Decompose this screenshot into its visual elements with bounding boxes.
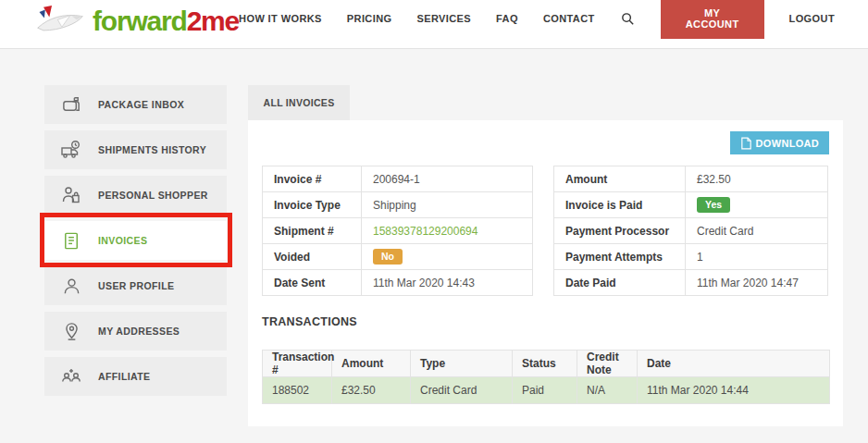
map-pin-icon — [60, 320, 82, 342]
invoice-details-table-right: Amount £32.50 Invoice is Paid Yes Paymen… — [553, 166, 828, 296]
invoice-document-icon — [60, 229, 82, 252]
field-label: Amount — [554, 166, 686, 192]
table-row: Payment Processor Credit Card — [554, 218, 828, 244]
transaction-row: 188502 £32.50 Credit Card Paid N/A 11th … — [263, 377, 830, 404]
amount-value: £32.50 — [686, 166, 828, 192]
nav-how-it-works[interactable]: HOW IT WORKS — [239, 13, 322, 24]
shipment-number-link[interactable]: 15839378129200694 — [373, 225, 477, 238]
invoice-details-table-left: Invoice # 200694-1 Invoice Type Shipping… — [262, 166, 533, 296]
top-navigation-bar: forward2me HOW IT WORKS PRICING SERVICES… — [0, 0, 868, 49]
column-header: Status — [513, 351, 577, 377]
column-header: Amount — [332, 351, 411, 377]
column-header: Type — [411, 351, 513, 377]
sidebar-item-label: SHIPMENTS HISTORY — [98, 144, 206, 155]
field-label: Date Sent — [263, 270, 362, 296]
field-label: Invoice is Paid — [554, 192, 686, 218]
sidebar-item-invoices[interactable]: INVOICES — [44, 221, 227, 260]
sidebar-item-shipments-history[interactable]: SHIPMENTS HISTORY — [44, 130, 227, 169]
transaction-amount: £32.50 — [332, 377, 411, 404]
my-account-button[interactable]: MY ACCOUNT — [661, 0, 764, 39]
sidebar-item-label: INVOICES — [98, 235, 147, 246]
sidebar-item-package-inbox[interactable]: PACKAGE INBOX — [44, 85, 227, 124]
sidebar-item-personal-shopper[interactable]: PERSONAL SHOPPER — [44, 176, 227, 215]
mailbox-icon — [60, 93, 82, 116]
transactions-header-row: Transaction # Amount Type Status Credit … — [263, 351, 830, 377]
logo-text-2me: 2me — [187, 6, 239, 36]
airplane-logo-icon — [33, 5, 87, 38]
invoice-number-value: 200694-1 — [362, 166, 533, 192]
paid-status-badge: Yes — [697, 197, 730, 213]
forward2me-logo[interactable]: forward2me — [33, 5, 239, 38]
column-header: Date — [638, 351, 830, 377]
column-header: Transaction # — [263, 351, 332, 377]
table-row: Voided No — [263, 244, 533, 270]
invoice-panel: DOWNLOAD Invoice # 200694-1 Invoice Type… — [248, 120, 843, 426]
sidebar-item-affiliate[interactable]: AFFILIATE — [44, 357, 227, 396]
nav-pricing[interactable]: PRICING — [347, 13, 392, 24]
tab-all-invoices[interactable]: ALL INVOICES — [248, 85, 350, 120]
shopper-icon — [60, 184, 82, 206]
table-row: Payment Attempts 1 — [554, 244, 828, 270]
transaction-credit-note: N/A — [577, 377, 638, 404]
field-label: Date Paid — [554, 270, 686, 296]
transaction-type: Credit Card — [411, 377, 513, 404]
transactions-table: Transaction # Amount Type Status Credit … — [262, 350, 830, 404]
table-row: Shipment # 15839378129200694 — [263, 218, 533, 244]
nav-faq[interactable]: FAQ — [496, 13, 518, 24]
invoices-content: ALL INVOICES DOWNLOAD Invoice # 200694-1 — [248, 85, 843, 426]
date-sent-value: 11th Mar 2020 14:43 — [362, 270, 533, 296]
download-button-label: DOWNLOAD — [756, 138, 819, 149]
field-label: Payment Processor — [554, 218, 686, 244]
pdf-file-icon — [740, 137, 752, 150]
sidebar-item-label: AFFILIATE — [98, 371, 150, 382]
date-paid-value: 11th Mar 2020 14:47 — [686, 270, 828, 296]
download-button[interactable]: DOWNLOAD — [730, 131, 829, 154]
sidebar-item-label: USER PROFILE — [98, 280, 174, 291]
field-label: Invoice Type — [263, 192, 362, 218]
nav-contact[interactable]: CONTACT — [543, 13, 595, 24]
sidebar-item-label: PACKAGE INBOX — [98, 99, 184, 110]
voided-status-badge: No — [373, 249, 403, 265]
header-nav: HOW IT WORKS PRICING SERVICES FAQ CONTAC… — [239, 0, 835, 39]
table-row: Amount £32.50 — [554, 166, 828, 192]
sidebar-item-user-profile[interactable]: USER PROFILE — [44, 266, 227, 305]
table-row: Date Paid 11th Mar 2020 14:47 — [554, 270, 828, 296]
invoices-page: forward2me HOW IT WORKS PRICING SERVICES… — [0, 0, 868, 443]
person-icon — [60, 275, 82, 297]
account-sidebar: PACKAGE INBOX SHIPMENTS HISTORY — [44, 85, 227, 402]
table-row: Date Sent 11th Mar 2020 14:43 — [263, 270, 533, 296]
payment-processor-value: Credit Card — [686, 218, 828, 244]
table-row: Invoice is Paid Yes — [554, 192, 828, 218]
search-icon[interactable] — [620, 11, 636, 27]
sidebar-item-label: PERSONAL SHOPPER — [98, 190, 208, 201]
logout-button[interactable]: LOGOUT — [789, 13, 835, 24]
people-group-icon — [60, 365, 82, 388]
sidebar-item-my-addresses[interactable]: MY ADDRESSES — [44, 312, 227, 351]
field-label: Shipment # — [263, 218, 362, 244]
transactions-heading: TRANSACTIONS — [262, 315, 357, 328]
logo-text-forward: forward — [93, 6, 187, 36]
transaction-number: 188502 — [263, 377, 332, 404]
payment-attempts-value: 1 — [686, 244, 828, 270]
nav-services[interactable]: SERVICES — [416, 13, 471, 24]
table-row: Invoice # 200694-1 — [263, 166, 533, 192]
table-row: Invoice Type Shipping — [263, 192, 533, 218]
field-label: Payment Attempts — [554, 244, 686, 270]
invoice-type-value: Shipping — [362, 192, 533, 218]
field-label: Invoice # — [263, 166, 362, 192]
column-header: Credit Note — [577, 351, 638, 377]
sidebar-item-label: MY ADDRESSES — [98, 326, 180, 337]
transaction-status: Paid — [513, 377, 577, 404]
truck-clock-icon — [60, 139, 82, 161]
transaction-date: 11th Mar 2020 14:44 — [638, 377, 830, 404]
field-label: Voided — [263, 244, 362, 270]
